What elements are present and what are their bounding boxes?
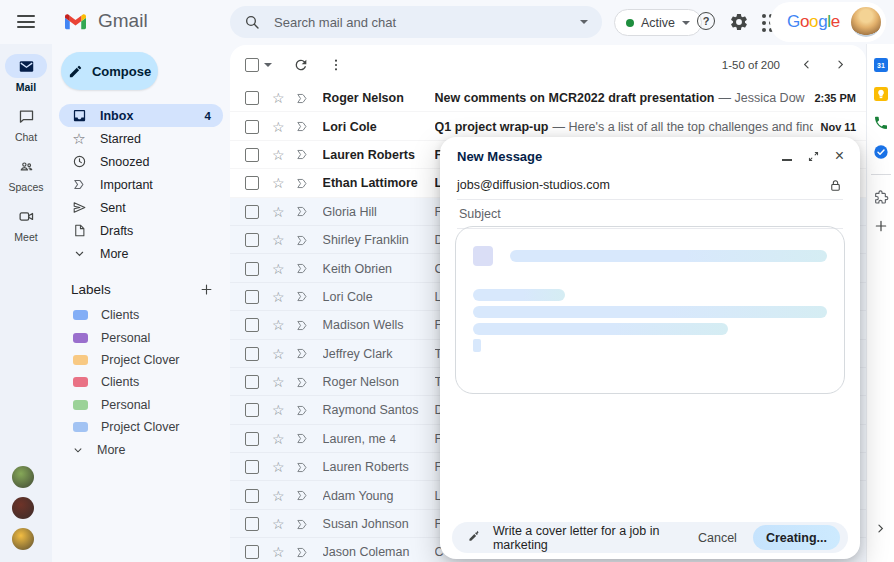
rail-item-mail[interactable]: Mail: [5, 54, 47, 93]
keep-icon[interactable]: [873, 86, 889, 102]
create-label-plus-icon[interactable]: [199, 282, 214, 297]
user-avatar[interactable]: [851, 7, 881, 37]
google-logo[interactable]: Google: [787, 12, 840, 32]
cancel-button[interactable]: Cancel: [687, 527, 748, 549]
nav-item-sent[interactable]: Sent: [59, 196, 223, 219]
email-row[interactable]: ☆Roger NelsonNew comments on MCR2022 dra…: [230, 84, 866, 112]
nav-item-starred[interactable]: ☆Starred: [59, 127, 223, 150]
importance-marker-icon[interactable]: [295, 91, 310, 106]
nav-item-inbox[interactable]: Inbox4: [59, 104, 223, 127]
star-icon[interactable]: ☆: [272, 204, 285, 220]
star-icon[interactable]: ☆: [272, 232, 285, 248]
star-icon[interactable]: ☆: [272, 374, 285, 390]
star-icon[interactable]: ☆: [272, 402, 285, 418]
minimize-icon[interactable]: [782, 159, 792, 161]
importance-marker-icon[interactable]: [295, 147, 310, 162]
row-checkbox[interactable]: [245, 545, 259, 559]
row-checkbox[interactable]: [245, 91, 259, 105]
subject-row[interactable]: [457, 200, 843, 229]
select-caret-icon[interactable]: [264, 63, 272, 67]
label-item[interactable]: Personal: [52, 326, 230, 348]
row-checkbox[interactable]: [245, 205, 259, 219]
importance-marker-icon[interactable]: [295, 517, 310, 532]
star-icon[interactable]: ☆: [272, 516, 285, 532]
calendar-icon[interactable]: 31: [873, 57, 889, 73]
star-icon[interactable]: ☆: [272, 488, 285, 504]
importance-marker-icon[interactable]: [295, 204, 310, 219]
importance-marker-icon[interactable]: [295, 119, 310, 134]
star-icon[interactable]: ☆: [272, 261, 285, 277]
labels-more[interactable]: More: [52, 438, 230, 461]
chat-contact-avatar[interactable]: [12, 497, 34, 519]
search-options-caret-icon[interactable]: [580, 20, 588, 24]
importance-marker-icon[interactable]: [295, 233, 310, 248]
star-icon[interactable]: ☆: [272, 346, 285, 362]
rail-item-meet[interactable]: Meet: [5, 204, 47, 243]
creating-button[interactable]: Creating...: [753, 525, 840, 550]
older-chevron-right-icon[interactable]: [833, 57, 848, 72]
star-icon[interactable]: ☆: [272, 119, 285, 135]
star-icon[interactable]: ☆: [272, 147, 285, 163]
voice-icon[interactable]: [873, 115, 889, 131]
row-checkbox[interactable]: [245, 403, 259, 417]
label-item[interactable]: Clients: [52, 304, 230, 326]
compose-button[interactable]: Compose: [61, 52, 158, 90]
importance-marker-icon[interactable]: [295, 488, 310, 503]
row-checkbox[interactable]: [245, 148, 259, 162]
importance-marker-icon[interactable]: [295, 431, 310, 446]
hamburger-menu-icon[interactable]: [17, 15, 35, 28]
row-checkbox[interactable]: [245, 262, 259, 276]
importance-marker-icon[interactable]: [295, 289, 310, 304]
importance-marker-icon[interactable]: [295, 261, 310, 276]
more-options-icon[interactable]: [328, 57, 344, 73]
nav-item-more[interactable]: More: [59, 242, 223, 265]
row-checkbox[interactable]: [245, 375, 259, 389]
star-icon[interactable]: ☆: [272, 317, 285, 333]
extensions-icon[interactable]: [873, 189, 889, 205]
importance-marker-icon[interactable]: [295, 346, 310, 361]
row-checkbox[interactable]: [245, 460, 259, 474]
close-icon[interactable]: ×: [835, 148, 844, 164]
row-checkbox[interactable]: [245, 176, 259, 190]
pop-out-icon[interactable]: [807, 150, 820, 163]
label-item[interactable]: Clients: [52, 371, 230, 393]
row-checkbox[interactable]: [245, 233, 259, 247]
importance-marker-icon[interactable]: [295, 403, 310, 418]
recipient-row[interactable]: jobs@diffusion-studios.com: [457, 171, 843, 200]
row-checkbox[interactable]: [245, 120, 259, 134]
label-item[interactable]: Project Clover: [52, 416, 230, 438]
label-item[interactable]: Project Clover: [52, 349, 230, 371]
subject-input[interactable]: [457, 206, 843, 222]
row-checkbox[interactable]: [245, 489, 259, 503]
star-icon[interactable]: ☆: [272, 289, 285, 305]
row-checkbox[interactable]: [245, 290, 259, 304]
star-icon[interactable]: ☆: [272, 90, 285, 106]
refresh-icon[interactable]: [293, 57, 309, 73]
status-selector[interactable]: Active: [614, 9, 702, 36]
help-icon[interactable]: ?: [697, 12, 715, 30]
label-item[interactable]: Personal: [52, 394, 230, 416]
rail-item-spaces[interactable]: Spaces: [5, 154, 47, 193]
row-checkbox[interactable]: [245, 517, 259, 531]
importance-marker-icon[interactable]: [295, 460, 310, 475]
collapse-panel-chevron-icon[interactable]: [873, 521, 888, 536]
search-input[interactable]: [272, 14, 580, 31]
importance-marker-icon[interactable]: [295, 176, 310, 191]
compose-header[interactable]: New Message ×: [440, 137, 860, 171]
chat-contact-avatar[interactable]: [12, 528, 34, 550]
settings-gear-icon[interactable]: [729, 12, 749, 32]
nav-item-snoozed[interactable]: Snoozed: [59, 150, 223, 173]
row-checkbox[interactable]: [245, 318, 259, 332]
star-icon[interactable]: ☆: [272, 459, 285, 475]
row-checkbox[interactable]: [245, 347, 259, 361]
star-icon[interactable]: ☆: [272, 431, 285, 447]
chat-contact-avatar[interactable]: [12, 466, 34, 488]
select-all-checkbox[interactable]: [245, 58, 259, 72]
nav-item-important[interactable]: Important: [59, 173, 223, 196]
importance-marker-icon[interactable]: [295, 375, 310, 390]
newer-chevron-left-icon[interactable]: [799, 57, 814, 72]
tasks-icon[interactable]: [873, 144, 889, 160]
row-checkbox[interactable]: [245, 432, 259, 446]
star-icon[interactable]: ☆: [272, 544, 285, 560]
star-icon[interactable]: ☆: [272, 175, 285, 191]
